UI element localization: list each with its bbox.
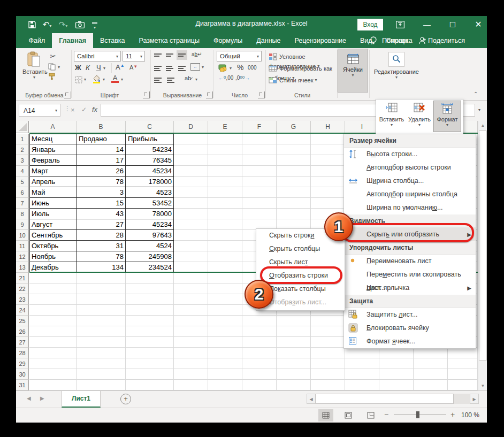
row-header-4[interactable]: 4 bbox=[16, 166, 29, 177]
accounting-dropdown[interactable]: ▾ bbox=[230, 66, 232, 71]
accounting-format-button[interactable] bbox=[218, 64, 228, 72]
font-color-button[interactable]: А bbox=[111, 74, 119, 83]
hscroll-left-icon[interactable]: ◀ bbox=[307, 394, 316, 404]
table-cell[interactable]: 78 bbox=[77, 251, 126, 262]
tab-Рецензирование[interactable]: Рецензирование bbox=[287, 33, 353, 48]
font-dialog-launcher[interactable] bbox=[143, 91, 150, 98]
page-layout-view-button[interactable] bbox=[341, 409, 356, 421]
column-header-G[interactable]: G bbox=[277, 121, 311, 133]
table-cell[interactable]: 31 bbox=[77, 241, 126, 251]
borders-button[interactable] bbox=[75, 76, 82, 83]
row-header-21[interactable]: 21 bbox=[16, 273, 29, 283]
menu-item-0-0[interactable]: Высота строки... bbox=[344, 148, 476, 161]
horizontal-scroll-thumb[interactable] bbox=[316, 394, 454, 404]
underline-button[interactable]: Ч bbox=[96, 64, 101, 72]
submenu-item-1[interactable]: Скрыть столбцы bbox=[256, 242, 345, 256]
cells-group-button[interactable]: Ячейки ▾ bbox=[338, 49, 368, 92]
merge-dropdown[interactable]: ▾ bbox=[202, 65, 204, 70]
sheet-tab-active[interactable]: Лист1 bbox=[62, 391, 101, 408]
assistant-lightbulb-icon[interactable] bbox=[369, 36, 378, 45]
enter-entry-icon[interactable]: ✓ bbox=[81, 106, 87, 113]
paste-button[interactable]: Вставить ▾ bbox=[22, 50, 46, 86]
table-cell[interactable]: Сентябрь bbox=[29, 230, 77, 241]
align-top-button[interactable] bbox=[154, 52, 162, 60]
font-name-combo[interactable]: Calibri▾ bbox=[74, 51, 121, 62]
hscroll-track[interactable] bbox=[454, 394, 470, 404]
underline-dropdown[interactable]: ▾ bbox=[103, 66, 105, 71]
alignment-dialog-launcher[interactable] bbox=[206, 91, 213, 98]
zoom-slider-thumb[interactable] bbox=[416, 411, 419, 418]
row-header-25[interactable]: 25 bbox=[16, 316, 29, 326]
row-header-26[interactable]: 26 bbox=[16, 326, 29, 337]
menu-item-3-0[interactable]: Защитить лист... bbox=[344, 308, 476, 321]
table-cell[interactable]: 245908 bbox=[126, 251, 174, 262]
fill-color-dropdown[interactable]: ▾ bbox=[103, 77, 105, 82]
sign-in-button[interactable]: Вход bbox=[357, 19, 383, 30]
share-person-icon[interactable] bbox=[418, 36, 427, 45]
orientation-button[interactable]: ab̲↵ bbox=[192, 51, 202, 57]
column-header-C[interactable]: C bbox=[126, 121, 174, 133]
vertical-scrollbar[interactable]: ▲ ▼ bbox=[478, 121, 487, 390]
cut-icon[interactable]: ✂ bbox=[48, 52, 58, 60]
tab-Главная[interactable]: Главная bbox=[52, 33, 93, 48]
table-cell[interactable]: 76345 bbox=[126, 155, 174, 166]
table-cell[interactable]: Август bbox=[29, 219, 77, 230]
row-header-7[interactable]: 7 bbox=[16, 198, 29, 209]
formula-bar-expand[interactable]: ▾ bbox=[478, 108, 480, 112]
tab-Файл[interactable]: Файл bbox=[21, 33, 52, 48]
minimize-button[interactable]: — bbox=[416, 16, 438, 33]
menu-item-0-4[interactable]: Ширина по умолчанию... bbox=[344, 201, 476, 214]
merge-center-button[interactable]: ↔ bbox=[190, 63, 200, 71]
font-size-combo[interactable]: 11▾ bbox=[123, 51, 145, 62]
page-break-view-button[interactable] bbox=[363, 409, 378, 421]
align-bottom-button[interactable] bbox=[178, 52, 186, 60]
sheet-nav-left-icon[interactable]: ◀ bbox=[27, 395, 31, 401]
row-header-9[interactable]: 9 bbox=[16, 219, 29, 230]
table-cell[interactable]: 26 bbox=[77, 166, 126, 177]
close-button[interactable]: ✕ bbox=[468, 16, 487, 33]
align-middle-button[interactable] bbox=[166, 52, 173, 60]
table-cell[interactable]: 43 bbox=[77, 209, 126, 219]
tab-Данные[interactable]: Данные bbox=[249, 33, 287, 48]
grow-font-button[interactable]: А▲ bbox=[116, 63, 125, 71]
copy-dropdown[interactable]: ▾ bbox=[58, 65, 60, 70]
table-cell[interactable]: Май bbox=[29, 187, 77, 198]
table-cell[interactable]: 178000 bbox=[126, 177, 174, 187]
row-header-11[interactable]: 11 bbox=[16, 241, 29, 251]
table-cell[interactable]: 97643 bbox=[126, 230, 174, 241]
fill-color-button[interactable] bbox=[93, 75, 101, 83]
table-header-cell[interactable]: Продано bbox=[77, 134, 126, 144]
tab-Вставка[interactable]: Вставка bbox=[93, 33, 132, 48]
new-sheet-button[interactable]: + bbox=[120, 394, 131, 404]
column-header-B[interactable]: B bbox=[77, 121, 126, 133]
table-cell[interactable]: 28 bbox=[77, 230, 126, 241]
table-cell[interactable]: 78000 bbox=[126, 209, 174, 219]
normal-view-button[interactable] bbox=[318, 409, 333, 421]
table-cell[interactable]: 45234 bbox=[126, 219, 174, 230]
font-color-dropdown[interactable]: ▾ bbox=[121, 77, 123, 82]
tab-Формулы[interactable]: Формулы bbox=[207, 33, 249, 48]
menu-item-2-2[interactable]: Цвет ярлычка▶ bbox=[344, 281, 476, 295]
align-center-button[interactable] bbox=[166, 65, 173, 72]
row-header-5[interactable]: 5 bbox=[16, 177, 29, 187]
zoom-level-label[interactable]: 100 % bbox=[461, 411, 479, 419]
table-cell[interactable]: 4523 bbox=[126, 187, 174, 198]
table-header-cell[interactable]: Прибыль bbox=[126, 134, 174, 144]
row-header-1[interactable]: 1 bbox=[16, 134, 29, 144]
table-cell[interactable]: 45234 bbox=[126, 166, 174, 177]
scroll-up-icon[interactable]: ▲ bbox=[478, 121, 487, 130]
table-cell[interactable]: Декабрь bbox=[29, 262, 77, 273]
wrap-dropdown[interactable]: ▾ bbox=[195, 77, 197, 82]
table-cell[interactable]: 27 bbox=[77, 219, 126, 230]
table-cell[interactable]: 17 bbox=[77, 155, 126, 166]
column-header-H[interactable]: H bbox=[311, 121, 345, 133]
decrease-decimal-button[interactable]: ,000→ bbox=[235, 75, 250, 81]
zoom-in-button[interactable]: + bbox=[450, 410, 455, 419]
wrap-text-button[interactable]: ab̷ bbox=[185, 75, 191, 81]
row-header-12[interactable]: 12 bbox=[16, 251, 29, 262]
select-all-corner[interactable] bbox=[16, 121, 29, 133]
table-header-cell[interactable]: Месяц bbox=[29, 134, 77, 144]
table-cell[interactable]: 134 bbox=[77, 262, 126, 273]
sheet-nav-right-icon[interactable]: ▶ bbox=[40, 395, 44, 401]
row-header-29[interactable]: 29 bbox=[16, 358, 29, 369]
